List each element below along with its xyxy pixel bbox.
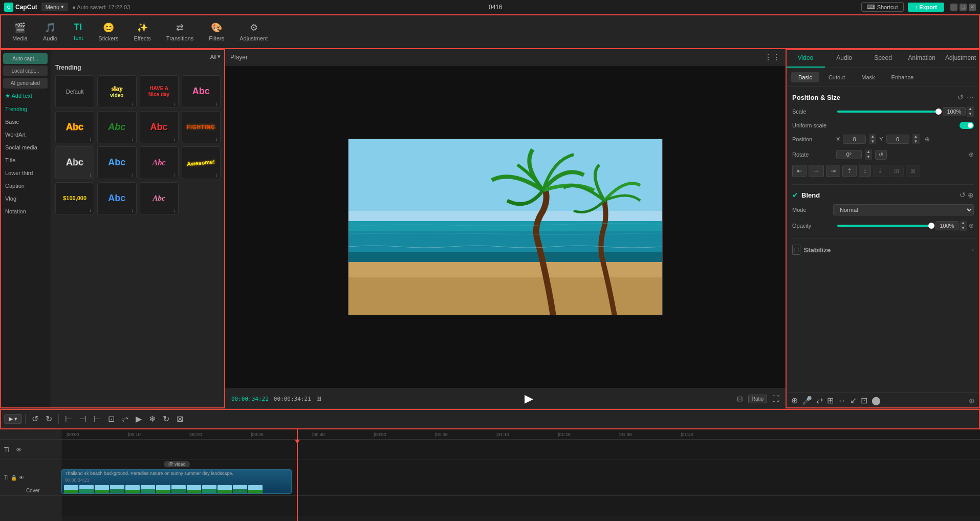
ai-generated-button[interactable]: AI generated xyxy=(3,78,48,89)
auto-caption-button[interactable]: Auto capt... xyxy=(3,53,48,64)
toolbar-item-adjustment[interactable]: ⚙ Adjustment xyxy=(232,19,275,45)
rp-icon-8[interactable]: ⬤ xyxy=(872,396,881,405)
align-left[interactable]: ⇤ xyxy=(792,165,807,177)
blend-checkbox[interactable]: ✔ xyxy=(792,191,798,199)
scale-up[interactable]: ▲ xyxy=(967,106,974,112)
rp-icon-5[interactable]: ↔ xyxy=(838,396,846,405)
tl-trim-right[interactable]: ⊢ xyxy=(91,412,104,426)
toolbar-item-media[interactable]: 🎬 Media xyxy=(5,19,35,45)
blend-mode-select[interactable]: Normal Multiply Screen Overlay xyxy=(833,204,974,215)
template-card-abc2[interactable]: Abc ↓ xyxy=(55,111,94,144)
fullscreen-button[interactable]: ⛶ xyxy=(772,395,779,403)
rotate-up[interactable]: ▲ xyxy=(865,149,872,155)
template-card-abc8[interactable]: Abc ↓ xyxy=(97,182,136,215)
local-caption-button[interactable]: Local capt... xyxy=(3,66,48,76)
video-clip[interactable]: Thailand 4k beach background. Paradise n… xyxy=(61,469,292,494)
all-button[interactable]: All ▾ xyxy=(210,53,221,60)
tl-rotate2[interactable]: ↻ xyxy=(160,412,172,426)
template-card-abc1[interactable]: Abc ↓ xyxy=(182,75,221,108)
template-card-abc4[interactable]: Abc ↓ xyxy=(140,111,179,144)
toolbar-item-stickers[interactable]: 😊 Stickers xyxy=(91,19,125,45)
sidebar-item-social-media[interactable]: Social media xyxy=(3,142,48,153)
toolbar-item-effects[interactable]: ✨ Effects xyxy=(126,19,158,45)
template-card-abc6[interactable]: Abc ↓ xyxy=(97,146,136,179)
tab-adjustment[interactable]: Adjustment xyxy=(941,49,980,68)
scale-down[interactable]: ▼ xyxy=(967,112,974,117)
minimize-button[interactable]: − xyxy=(950,4,957,11)
sidebar-item-caption[interactable]: Caption xyxy=(3,180,48,191)
opacity-link[interactable]: ⊕ xyxy=(969,222,974,229)
tl-redo[interactable]: ↻ xyxy=(42,412,55,426)
rp-icon-1[interactable]: ⊕ xyxy=(791,396,798,405)
template-card-abc3[interactable]: Abc ↓ xyxy=(97,111,136,144)
sidebar-item-title[interactable]: Title xyxy=(3,155,48,166)
template-card-boom[interactable]: Awesome! ↓ xyxy=(182,146,221,179)
toolbar-item-filters[interactable]: 🎨 Filters xyxy=(202,19,231,45)
rotate-link2[interactable]: ⊕ xyxy=(969,151,974,158)
rp-icon-link[interactable]: ⊕ xyxy=(969,397,975,405)
position-y-input[interactable]: 0 xyxy=(886,135,909,144)
tl-select-tool[interactable]: ▶ ▾ xyxy=(4,414,22,424)
scale-slider[interactable] xyxy=(837,111,939,113)
sub-tab-cutout[interactable]: Cutout xyxy=(821,72,852,82)
tl-trim-left[interactable]: ⊣ xyxy=(76,412,90,426)
rp-icon-7[interactable]: ⊡ xyxy=(861,396,867,405)
shortcut-button[interactable]: ⌨ Shortcut xyxy=(861,2,904,12)
tl-crop2[interactable]: ⊠ xyxy=(173,412,186,426)
rotate-down[interactable]: ▼ xyxy=(865,155,872,160)
rp-icon-6[interactable]: ↙ xyxy=(850,396,857,405)
template-card-slay[interactable]: slay video ↓ xyxy=(97,75,136,108)
sidebar-item-lower-third[interactable]: Lower third xyxy=(3,167,48,179)
position-size-more[interactable]: ⋯ xyxy=(967,93,974,101)
sidebar-item-wordart[interactable]: WordArt xyxy=(3,129,48,140)
tl-play-clip[interactable]: ▶ xyxy=(133,412,145,426)
sidebar-item-vlog[interactable]: Vlog xyxy=(3,193,48,204)
tab-audio[interactable]: Audio xyxy=(825,49,864,68)
position-link[interactable]: ⊕ xyxy=(925,136,930,143)
sub-tab-basic[interactable]: Basic xyxy=(791,72,819,82)
sidebar-item-basic[interactable]: Basic xyxy=(3,116,48,127)
align-extra2[interactable]: ⊠ xyxy=(906,165,920,177)
toolbar-item-text[interactable]: TI Text xyxy=(66,19,90,44)
tl-mirror[interactable]: ⇌ xyxy=(119,412,132,426)
uniform-scale-toggle[interactable] xyxy=(960,122,974,129)
template-card-fighting[interactable]: FIGHTING ↓ xyxy=(182,111,221,144)
template-card-abc7[interactable]: Abc ↓ xyxy=(140,146,179,179)
sub-tab-enhance[interactable]: Enhance xyxy=(884,72,921,82)
stabilize-more[interactable]: › xyxy=(972,246,974,253)
align-center-h[interactable]: ↔ xyxy=(809,165,824,177)
align-right[interactable]: ⇥ xyxy=(826,165,840,177)
add-text-item[interactable]: ★ Add text xyxy=(3,90,48,102)
blend-reset[interactable]: ↺ xyxy=(960,191,966,199)
maximize-button[interactable]: □ xyxy=(960,4,967,11)
rp-icon-3[interactable]: ⇄ xyxy=(816,396,823,405)
play-button[interactable]: ▶ xyxy=(525,392,533,405)
position-x-input[interactable]: 0 xyxy=(843,135,866,144)
pos-x-down[interactable]: ▼ xyxy=(869,139,876,144)
align-top[interactable]: ⇡ xyxy=(842,165,857,177)
opacity-slider[interactable] xyxy=(837,225,931,227)
pos-x-up[interactable]: ▲ xyxy=(869,134,876,139)
tl-undo[interactable]: ↺ xyxy=(29,412,41,426)
tl-freeze[interactable]: ❄ xyxy=(146,412,159,426)
template-card-have-nice[interactable]: HAVE ANice day ↓ xyxy=(140,75,179,108)
tl-split[interactable]: ⊢ xyxy=(62,412,75,426)
tab-video[interactable]: Video xyxy=(786,49,825,68)
tab-animation[interactable]: Animation xyxy=(902,49,941,68)
menu-button[interactable]: Menu ▾ xyxy=(41,3,69,11)
tl-crop[interactable]: ⊡ xyxy=(105,412,118,426)
opacity-down[interactable]: ▼ xyxy=(960,226,967,231)
fullscreen-preview-button[interactable]: ⊡ xyxy=(737,395,743,403)
pos-y-up[interactable]: ▲ xyxy=(912,134,920,139)
align-bottom[interactable]: ⇣ xyxy=(873,165,887,177)
rotate-input[interactable]: 0° xyxy=(836,150,862,159)
grid-view-button[interactable]: ⊞ xyxy=(316,395,321,402)
align-extra1[interactable]: ⊞ xyxy=(889,165,904,177)
export-button[interactable]: ↑ Export xyxy=(908,3,944,12)
rotate-ccw[interactable]: ↺ xyxy=(875,150,887,160)
template-card-money[interactable]: $100,000 ↓ xyxy=(55,182,94,215)
template-card-default[interactable]: Default xyxy=(55,75,94,108)
opacity-up[interactable]: ▲ xyxy=(960,221,967,226)
pos-y-down[interactable]: ▼ xyxy=(912,139,920,144)
toolbar-item-transitions[interactable]: ⇄ Transitions xyxy=(159,19,201,45)
